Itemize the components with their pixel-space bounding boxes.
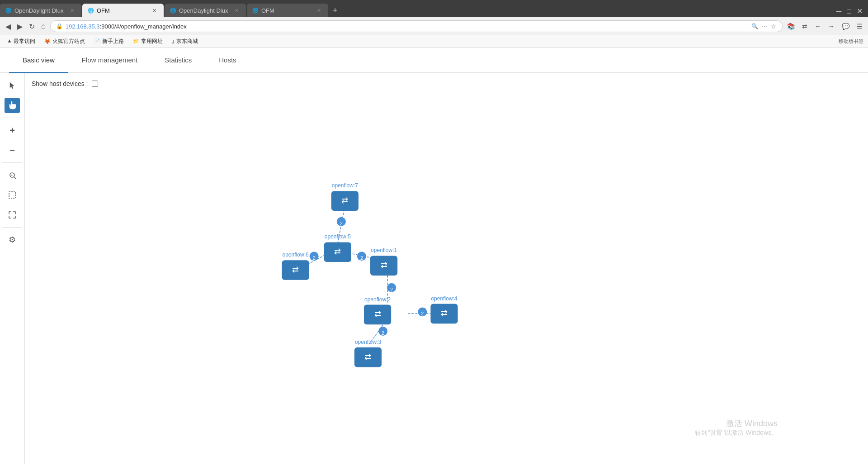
tab-basic-view[interactable]: Basic view bbox=[9, 48, 68, 73]
svg-text:⇄: ⇄ bbox=[334, 247, 341, 256]
hand-tool-button[interactable] bbox=[5, 98, 20, 113]
close-window-button[interactable]: ✕ bbox=[855, 5, 864, 17]
tab-flow-management[interactable]: Flow management bbox=[68, 48, 151, 73]
jd-icon: J bbox=[172, 39, 175, 44]
topology-svg: .node-box { fill: #337ab7; rx: 6; ry: 6;… bbox=[25, 73, 868, 464]
tab-title-4: OFM bbox=[261, 7, 274, 14]
svg-text:⇄: ⇄ bbox=[441, 309, 448, 318]
pointer-icon bbox=[8, 81, 16, 90]
watermark-line1: 激活 Windows bbox=[695, 418, 778, 429]
tab-icon-2: 🌐 bbox=[88, 8, 94, 14]
tab-close-3[interactable]: ✕ bbox=[233, 7, 241, 14]
node-openflow4[interactable]: ⇄ openflow:4 bbox=[430, 295, 458, 324]
bookmark-newbie[interactable]: 📄 新手上路 bbox=[91, 37, 127, 46]
address-path: :9000/#/openflow_manager/index bbox=[100, 23, 187, 30]
edge-label-n5-n1: 2 bbox=[360, 255, 363, 261]
zoom-out-button[interactable]: − bbox=[5, 143, 20, 158]
star-icon[interactable]: ☆ bbox=[771, 23, 777, 30]
app-container: Basic view Flow management Statistics Ho… bbox=[0, 48, 868, 466]
hamburger-button[interactable]: ☰ bbox=[855, 21, 864, 32]
node-openflow2[interactable]: ⇄ openflow:2 bbox=[364, 296, 391, 325]
node-openflow1[interactable]: ⇄ openflow:1 bbox=[370, 247, 397, 276]
tab-close-4[interactable]: ✕ bbox=[315, 7, 323, 14]
folder-icon: 📁 bbox=[133, 38, 139, 44]
address-host: 192.168.35.3 bbox=[66, 23, 100, 30]
expand-icon bbox=[8, 211, 16, 219]
tab-title-1: OpenDaylight Dlux bbox=[14, 7, 63, 14]
address-bar[interactable]: 🔒 192.168.35.3:9000/#/openflow_manager/i… bbox=[50, 20, 783, 32]
refresh-button[interactable]: ↻ bbox=[27, 20, 37, 33]
browser-tab-4[interactable]: 🌐 OFM ✕ bbox=[247, 4, 328, 17]
mobile-bookmark[interactable]: 移动版书签 bbox=[839, 38, 863, 45]
hand-icon bbox=[8, 101, 17, 110]
node-openflow3[interactable]: ⇄ openflow:3 bbox=[354, 339, 382, 367]
maximize-button[interactable]: □ bbox=[845, 5, 853, 17]
bookmark-frequent[interactable]: ★ 最常访问 bbox=[5, 37, 38, 46]
main-content: + − + bbox=[0, 73, 868, 464]
svg-text:openflow:5: openflow:5 bbox=[325, 234, 351, 240]
app-tabs: Basic view Flow management Statistics Ho… bbox=[0, 48, 868, 73]
sync-button[interactable]: ⇄ bbox=[800, 21, 809, 32]
edge-label-n1-n2: 2 bbox=[390, 287, 393, 292]
settings-button[interactable]: ⚙ bbox=[5, 232, 20, 247]
back-button[interactable]: ◀ bbox=[4, 20, 13, 33]
svg-text:openflow:7: openflow:7 bbox=[332, 182, 359, 189]
toolbar-divider-2 bbox=[2, 162, 22, 163]
tab-close-1[interactable]: ✕ bbox=[68, 7, 76, 14]
edge-label-n5-n6: 2 bbox=[313, 255, 316, 261]
svg-rect-3 bbox=[9, 192, 15, 198]
svg-text:⇄: ⇄ bbox=[341, 196, 348, 205]
tab-icon-3: 🌐 bbox=[170, 8, 176, 14]
svg-text:+: + bbox=[11, 174, 13, 177]
bookmark-firefox-label: 火狐官方站点 bbox=[52, 38, 85, 45]
chat-button[interactable]: 💬 bbox=[840, 21, 851, 32]
browser-tab-3[interactable]: 🌐 OpenDaylight Dlux ✕ bbox=[165, 4, 246, 17]
svg-text:openflow:2: openflow:2 bbox=[364, 296, 391, 303]
home-button[interactable]: ⌂ bbox=[39, 20, 47, 32]
pointer-tool-button[interactable] bbox=[5, 78, 20, 93]
bookmark-firefox[interactable]: 🦊 火狐官方站点 bbox=[42, 37, 88, 46]
back-history-button[interactable]: ← bbox=[813, 21, 823, 32]
expand-button[interactable] bbox=[5, 207, 20, 223]
forward-history-button[interactable]: → bbox=[826, 21, 836, 32]
zoom-fit-button[interactable]: + bbox=[5, 167, 20, 183]
browser-tab-1[interactable]: 🌐 OpenDaylight Dlux ✕ bbox=[0, 4, 81, 17]
svg-text:openflow:3: openflow:3 bbox=[355, 339, 382, 345]
edge-label-n7-n5: 2 bbox=[340, 221, 343, 226]
tab-hosts[interactable]: Hosts bbox=[205, 48, 250, 73]
new-tab-button[interactable]: + bbox=[329, 4, 341, 17]
edge-label-n2-n3: 2 bbox=[382, 330, 384, 336]
tab-close-2[interactable]: ✕ bbox=[151, 7, 158, 14]
bookmark-frequent-label: 最常访问 bbox=[14, 38, 35, 45]
address-text: 192.168.35.3:9000/#/openflow_manager/ind… bbox=[66, 23, 751, 30]
tab-icon-1: 🌐 bbox=[5, 8, 12, 14]
left-toolbar: + − + bbox=[0, 73, 25, 464]
select-area-icon bbox=[8, 191, 16, 199]
bookmark-jd[interactable]: J 京东商城 bbox=[169, 37, 201, 46]
forward-button[interactable]: ▶ bbox=[15, 20, 24, 33]
minimize-button[interactable]: ─ bbox=[835, 5, 843, 17]
bookmarks-button[interactable]: 📚 bbox=[785, 21, 797, 32]
svg-text:⇄: ⇄ bbox=[292, 265, 299, 274]
bookmark-common-label: 常用网址 bbox=[141, 38, 163, 45]
node-openflow6[interactable]: ⇄ openflow:6 bbox=[282, 252, 309, 280]
navigation-bar: ◀ ▶ ↻ ⌂ 🔒 192.168.35.3:9000/#/openflow_m… bbox=[0, 17, 868, 35]
browser-tab-2[interactable]: 🌐 OFM ✕ bbox=[82, 4, 164, 17]
select-area-button[interactable] bbox=[5, 187, 20, 203]
svg-text:openflow:4: openflow:4 bbox=[431, 295, 458, 302]
watermark: 激活 Windows 转到"设置"以激活 Windows。 bbox=[695, 418, 778, 437]
canvas-area[interactable]: Show host devices : .node-box { fill: #3… bbox=[25, 73, 868, 464]
bookmark-common[interactable]: 📁 常用网址 bbox=[130, 37, 165, 46]
search-icon: 🔍 bbox=[751, 23, 758, 29]
node-openflow7[interactable]: ⇄ openflow:7 bbox=[331, 182, 359, 211]
tab-statistics[interactable]: Statistics bbox=[151, 48, 205, 73]
bookmark-newbie-label: 新手上路 bbox=[102, 38, 124, 45]
browser-chrome: 🌐 OpenDaylight Dlux ✕ 🌐 OFM ✕ 🌐 OpenDayl… bbox=[0, 0, 868, 48]
tab-title-3: OpenDaylight Dlux bbox=[179, 7, 228, 14]
zoom-in-button[interactable]: + bbox=[5, 123, 20, 138]
nav-right-buttons: 📚 ⇄ ← → 💬 ☰ bbox=[785, 21, 864, 32]
toolbar-divider-3 bbox=[2, 227, 22, 228]
node-openflow5[interactable]: ⇄ openflow:5 bbox=[324, 234, 351, 262]
bookmarks-bar: ★ 最常访问 🦊 火狐官方站点 📄 新手上路 📁 常用网址 J 京东商城 移动版… bbox=[0, 35, 868, 48]
menu-icon[interactable]: ⋯ bbox=[762, 23, 767, 29]
